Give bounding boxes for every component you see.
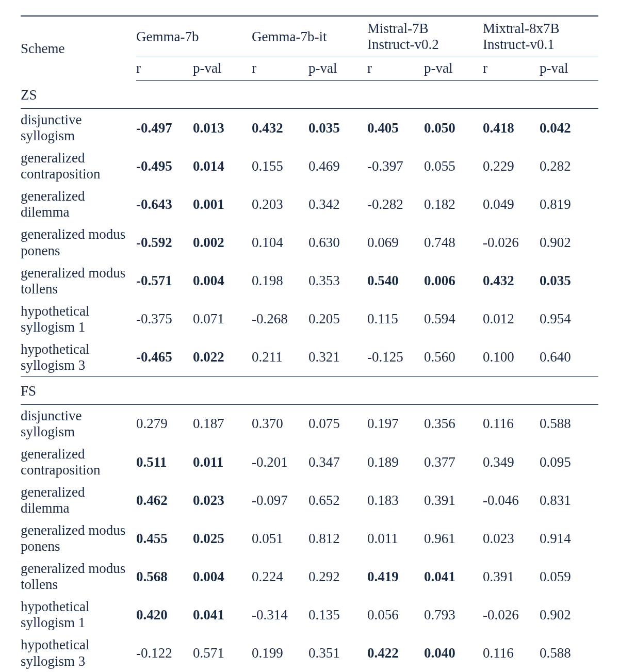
- p-value: 0.059: [540, 558, 598, 596]
- sub-r: r: [136, 57, 193, 81]
- p-value: 0.095: [540, 443, 598, 481]
- table-row: generalized modus tollens0.5680.0040.224…: [21, 558, 598, 596]
- model-header-2: Mistral-7B Instruct-v0.2: [367, 17, 483, 57]
- table-row: hypothetical syllogism 3-0.1220.5710.199…: [21, 634, 598, 672]
- r-value: 0.056: [367, 596, 424, 634]
- scheme-cell: generalized contraposition: [21, 147, 136, 185]
- p-value: 0.004: [193, 558, 252, 596]
- r-value: 0.189: [367, 443, 424, 481]
- model-name-line2: Instruct-v0.2: [367, 37, 439, 52]
- section-row: FS: [21, 376, 598, 404]
- p-value: 0.748: [424, 223, 483, 261]
- r-value: 0.279: [136, 404, 193, 443]
- table-row: hypothetical syllogism 1-0.3750.071-0.26…: [21, 300, 598, 338]
- sub-p: p-val: [424, 57, 483, 81]
- r-value: 0.391: [483, 558, 540, 596]
- table-row: hypothetical syllogism 3-0.4650.0220.211…: [21, 338, 598, 377]
- r-value: 0.405: [367, 109, 424, 147]
- section-row: ZS: [21, 81, 598, 109]
- sub-r: r: [483, 57, 540, 81]
- p-value: 0.187: [193, 404, 252, 443]
- p-value: 0.469: [308, 147, 367, 185]
- p-value: 0.571: [193, 634, 252, 672]
- r-value: 0.432: [483, 262, 540, 300]
- p-value: 0.560: [424, 338, 483, 377]
- p-value: 0.071: [193, 300, 252, 338]
- p-value: 0.831: [540, 481, 598, 519]
- r-value: 0.069: [367, 223, 424, 261]
- p-value: 0.652: [308, 481, 367, 519]
- r-value: 0.568: [136, 558, 193, 596]
- r-value: 0.432: [252, 109, 308, 147]
- r-value: 0.455: [136, 519, 193, 558]
- r-value: -0.026: [483, 596, 540, 634]
- p-value: 0.035: [540, 262, 598, 300]
- p-value: 0.954: [540, 300, 598, 338]
- r-value: 0.349: [483, 443, 540, 481]
- sub-r: r: [367, 57, 424, 81]
- r-value: -0.314: [252, 596, 308, 634]
- r-value: 0.211: [252, 338, 308, 377]
- r-value: 0.419: [367, 558, 424, 596]
- p-value: 0.041: [193, 596, 252, 634]
- p-value: 0.035: [308, 109, 367, 147]
- model-name: Mixtral-8x7B: [483, 21, 560, 36]
- p-value: 0.023: [193, 481, 252, 519]
- model-name: Gemma-7b-it: [252, 29, 327, 44]
- sub-p: p-val: [193, 57, 252, 81]
- p-value: 0.055: [424, 147, 483, 185]
- r-value: 0.100: [483, 338, 540, 377]
- r-value: 0.012: [483, 300, 540, 338]
- section-label: FS: [21, 376, 598, 404]
- table-row: generalized contraposition0.5110.011-0.2…: [21, 443, 598, 481]
- scheme-cell: hypothetical syllogism 3: [21, 634, 136, 672]
- r-value: -0.643: [136, 185, 193, 223]
- r-value: 0.104: [252, 223, 308, 261]
- scheme-cell: hypothetical syllogism 3: [21, 338, 136, 377]
- p-value: 0.594: [424, 300, 483, 338]
- scheme-cell: hypothetical syllogism 1: [21, 596, 136, 634]
- r-value: 0.370: [252, 404, 308, 443]
- scheme-cell: disjunctive syllogism: [21, 404, 136, 443]
- r-value: -0.046: [483, 481, 540, 519]
- p-value: 0.011: [193, 443, 252, 481]
- table-row: generalized dilemma0.4620.023-0.0970.652…: [21, 481, 598, 519]
- table-row: generalized modus tollens-0.5710.0040.19…: [21, 262, 598, 300]
- p-value: 0.351: [308, 634, 367, 672]
- scheme-cell: generalized dilemma: [21, 481, 136, 519]
- p-value: 0.902: [540, 596, 598, 634]
- p-value: 0.588: [540, 404, 598, 443]
- table-row: generalized modus ponens-0.5920.0020.104…: [21, 223, 598, 261]
- p-value: 0.041: [424, 558, 483, 596]
- p-value: 0.042: [540, 109, 598, 147]
- p-value: 0.292: [308, 558, 367, 596]
- p-value: 0.014: [193, 147, 252, 185]
- table-row: generalized dilemma-0.6430.0010.2030.342…: [21, 185, 598, 223]
- r-value: -0.282: [367, 185, 424, 223]
- model-header-0: Gemma-7b: [136, 17, 252, 57]
- r-value: 0.116: [483, 404, 540, 443]
- scheme-header: Scheme: [21, 17, 136, 81]
- p-value: 0.630: [308, 223, 367, 261]
- r-value: -0.495: [136, 147, 193, 185]
- r-value: 0.422: [367, 634, 424, 672]
- r-value: -0.497: [136, 109, 193, 147]
- r-value: -0.125: [367, 338, 424, 377]
- sub-r: r: [252, 57, 308, 81]
- r-value: 0.229: [483, 147, 540, 185]
- r-value: -0.097: [252, 481, 308, 519]
- scheme-cell: generalized contraposition: [21, 443, 136, 481]
- p-value: 0.022: [193, 338, 252, 377]
- r-value: 0.155: [252, 147, 308, 185]
- model-name: Gemma-7b: [136, 29, 199, 44]
- p-value: 0.282: [540, 147, 598, 185]
- correlation-table: Scheme Gemma-7b Gemma-7b-it Mistral-7B I…: [21, 15, 598, 672]
- p-value: 0.004: [193, 262, 252, 300]
- section-label: ZS: [21, 81, 598, 109]
- r-value: 0.049: [483, 185, 540, 223]
- r-value: 0.418: [483, 109, 540, 147]
- p-value: 0.353: [308, 262, 367, 300]
- model-header-1: Gemma-7b-it: [252, 17, 367, 57]
- sub-p: p-val: [308, 57, 367, 81]
- p-value: 0.001: [193, 185, 252, 223]
